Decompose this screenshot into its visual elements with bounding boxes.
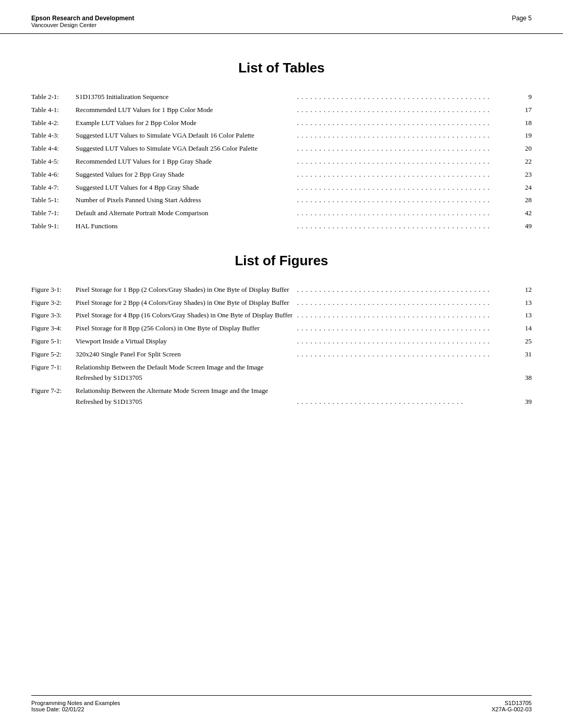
toc-entry-label: Table 9-1: — [31, 221, 76, 232]
tables-toc-entries: Table 2-1:S1D13705 Initialization Sequen… — [31, 92, 532, 232]
toc-entry-dots: . . . . . . . . . . . . . . . . . . . . … — [297, 285, 518, 295]
toc-entry-multiline: Figure 7-1:Relationship Between the Defa… — [31, 362, 532, 384]
toc-entry-dots: . . . . . . . . . . . . . . . . . . . . … — [297, 118, 518, 129]
toc-entry: Figure 5-2:320x240 Single Panel For Spli… — [31, 349, 532, 360]
toc-entry-label: Table 4-2: — [31, 118, 76, 129]
toc-entry: Table 4-2:Example LUT Values for 2 Bpp C… — [31, 118, 532, 129]
toc-entry-dots: . . . . . . . . . . . . . . . . . . . . … — [297, 323, 518, 334]
toc-entry-page: 13 — [519, 298, 532, 309]
toc-entry-text: Number of Pixels Panned Using Start Addr… — [76, 195, 296, 206]
toc-entry-text: Viewport Inside a Virtual Display — [76, 336, 296, 347]
toc-entry-page: 38 — [519, 373, 532, 384]
toc-entry-text: Default and Alternate Portrait Mode Comp… — [76, 208, 296, 219]
toc-entry-page: 49 — [519, 221, 532, 232]
toc-entry-page: 18 — [519, 118, 532, 129]
toc-entry-page: 31 — [519, 349, 532, 360]
toc-entry-text: Suggested LUT Values to Simulate VGA Def… — [76, 143, 296, 154]
toc-entry: Table 4-6:Suggested Values for 2 Bpp Gra… — [31, 169, 532, 180]
toc-entry-text: Pixel Storage for 4 Bpp (16 Colors/Gray … — [76, 310, 296, 321]
toc-entry-label: Table 7-1: — [31, 208, 76, 219]
figures-toc-entries: Figure 3-1:Pixel Storage for 1 Bpp (2 Co… — [31, 285, 532, 408]
toc-entry-dots: . . . . . . . . . . . . . . . . . . . . … — [297, 195, 518, 206]
toc-entry: Figure 3-1:Pixel Storage for 1 Bpp (2 Co… — [31, 285, 532, 295]
page-footer: Programming Notes and Examples Issue Dat… — [31, 695, 532, 712]
toc-entry-dots: . . . . . . . . . . . . . . . . . . . . … — [297, 182, 518, 193]
list-of-tables-title: List of Tables — [31, 60, 532, 76]
toc-entry-text: 320x240 Single Panel For Split Screen — [76, 349, 296, 360]
toc-entry: Table 4-7:Suggested LUT Values for 4 Bpp… — [31, 182, 532, 193]
toc-entry-label: Figure 3-2: — [31, 298, 76, 309]
toc-entry-label: Table 4-4: — [31, 143, 76, 154]
toc-entry-label: Table 5-1: — [31, 195, 76, 206]
toc-entry-page: 39 — [519, 397, 532, 408]
toc-entry: Table 7-1:Default and Alternate Portrait… — [31, 208, 532, 219]
toc-entry-label: Table 4-6: — [31, 169, 76, 180]
toc-entry-label: Figure 3-3: — [31, 310, 76, 321]
toc-entry: Table 4-3:Suggested LUT Values to Simula… — [31, 130, 532, 141]
toc-entry-label: Table 4-1: — [31, 105, 76, 116]
toc-entry-text: Pixel Storage for 1 Bpp (2 Colors/Gray S… — [76, 285, 296, 295]
toc-entry: Table 4-1:Recommended LUT Values for 1 B… — [31, 105, 532, 116]
toc-entry-text: Suggested Values for 2 Bpp Gray Shade — [76, 169, 296, 180]
toc-entry-label: Table 4-5: — [31, 156, 76, 167]
list-of-tables-section: List of Tables Table 2-1:S1D13705 Initia… — [31, 60, 532, 232]
toc-entry-text: Relationship Between the Default Mode Sc… — [76, 362, 519, 373]
toc-entry-dots: . . . . . . . . . . . . . . . . . . . . … — [297, 349, 518, 360]
toc-entry-dots: . . . . . . . . . . . . . . . . . . . . … — [297, 336, 518, 347]
toc-entry-label: Figure 5-2: — [31, 349, 76, 360]
toc-entry-dots: . . . . . . . . . . . . . . . . . . . . … — [297, 397, 518, 408]
toc-entry-label: Table 2-1: — [31, 92, 76, 103]
toc-entry: Table 4-5:Recommended LUT Values for 1 B… — [31, 156, 532, 167]
toc-entry-page: 28 — [519, 195, 532, 206]
main-content: List of Tables Table 2-1:S1D13705 Initia… — [0, 34, 563, 470]
toc-entry-text: Recommended LUT Values for 1 Bpp Color M… — [76, 105, 296, 116]
toc-entry-label: Table 4-7: — [31, 182, 76, 193]
toc-entry-page: 12 — [519, 285, 532, 295]
toc-entry-label: Figure 3-1: — [31, 285, 76, 295]
toc-entry: Table 9-1:HAL Functions . . . . . . . . … — [31, 221, 532, 232]
toc-entry: Figure 3-4:Pixel Storage for 8 Bpp (256 … — [31, 323, 532, 334]
toc-entry-dots: . . . . . . . . . . . . . . . . . . . . … — [297, 156, 518, 167]
footer-right: S1D13705 X27A-G-002-03 — [492, 700, 532, 712]
toc-entry-page: 23 — [519, 169, 532, 180]
page-header: Epson Research and Development Vancouver… — [0, 0, 563, 34]
toc-entry-page: 14 — [519, 323, 532, 334]
toc-entry-page: 17 — [519, 105, 532, 116]
footer-issue-date: Issue Date: 02/01/22 — [31, 706, 120, 712]
footer-doc-title: Programming Notes and Examples — [31, 700, 120, 706]
toc-entry: Table 4-4:Suggested LUT Values to Simula… — [31, 143, 532, 154]
toc-entry: Figure 3-3:Pixel Storage for 4 Bpp (16 C… — [31, 310, 532, 321]
toc-entry-text: Pixel Storage for 8 Bpp (256 Colors) in … — [76, 323, 296, 334]
toc-entry-page: 19 — [519, 130, 532, 141]
list-of-figures-title: List of Figures — [31, 253, 532, 269]
footer-model: S1D13705 — [505, 700, 532, 706]
toc-entry-dots: . . . . . . . . . . . . . . . . . . . . … — [297, 298, 518, 309]
toc-entry: Figure 5-1:Viewport Inside a Virtual Dis… — [31, 336, 532, 347]
toc-entry-text: Relationship Between the Alternate Mode … — [76, 386, 532, 397]
toc-entry-page: 13 — [519, 310, 532, 321]
toc-entry-page: 25 — [519, 336, 532, 347]
toc-entry: Table 5-1:Number of Pixels Panned Using … — [31, 195, 532, 206]
toc-entry-page: 20 — [519, 143, 532, 154]
toc-entry-dots: . . . . . . . . . . . . . . . . . . . . … — [297, 130, 518, 141]
toc-entry-page: 24 — [519, 182, 532, 193]
header-left: Epson Research and Development Vancouver… — [31, 15, 134, 28]
toc-entry-dots: . . . . . . . . . . . . . . . . . . . . … — [297, 105, 518, 116]
page-container: Epson Research and Development Vancouver… — [0, 0, 563, 728]
toc-entry-text: S1D13705 Initialization Sequence — [76, 92, 296, 103]
header-location: Vancouver Design Center — [31, 22, 134, 28]
toc-entry-dots: . . . . . . . . . . . . . . . . . . . . … — [297, 92, 518, 103]
toc-entry-label: Table 4-3: — [31, 130, 76, 141]
footer-part-number: X27A-G-002-03 — [492, 706, 532, 712]
toc-entry: Figure 3-2:Pixel Storage for 2 Bpp (4 Co… — [31, 298, 532, 309]
toc-entry-text: Recommended LUT Values for 1 Bpp Gray Sh… — [76, 156, 296, 167]
toc-entry-label: Figure 5-1: — [31, 336, 76, 347]
toc-entry-label: Figure 7-2: — [31, 386, 76, 408]
list-of-figures-section: List of Figures Figure 3-1:Pixel Storage… — [31, 253, 532, 408]
toc-entry-text: Suggested LUT Values to Simulate VGA Def… — [76, 130, 296, 141]
toc-entry-label: Figure 7-1: — [31, 362, 76, 384]
footer-left: Programming Notes and Examples Issue Dat… — [31, 700, 120, 712]
toc-entry-dots: . . . . . . . . . . . . . . . . . . . . … — [297, 208, 518, 219]
toc-entry-page: 9 — [519, 92, 532, 103]
header-company: Epson Research and Development — [31, 15, 134, 22]
